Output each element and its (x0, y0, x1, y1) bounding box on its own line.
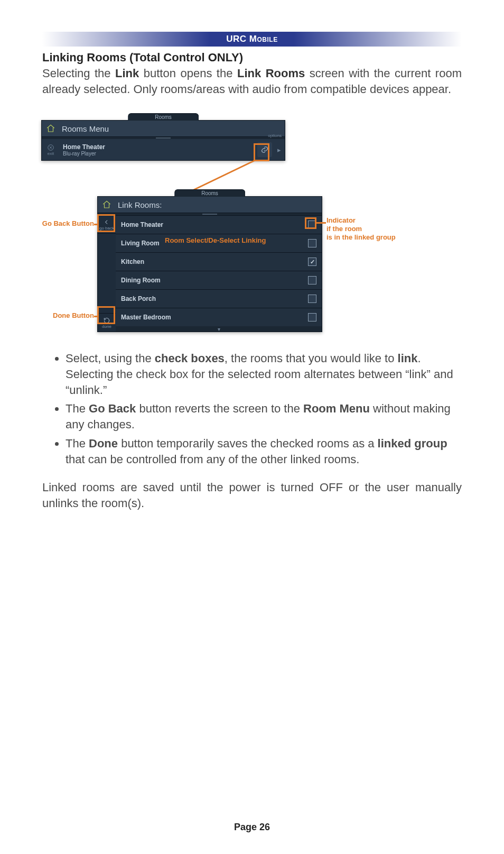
ann-roomsel: Room Select/De-Select Linking (165, 236, 266, 245)
room-kitchen[interactable]: Kitchen✓ (116, 252, 322, 271)
room-home-theater[interactable]: Home Theater (116, 215, 322, 234)
ann-done: Done Button (49, 311, 94, 320)
checkbox[interactable] (308, 313, 316, 322)
room-list: Home Theater Living Room Kitchen✓ Dining… (116, 215, 322, 332)
done-highlight (97, 306, 115, 324)
tab-rooms-2: Rooms (174, 189, 245, 197)
home-icon (45, 123, 57, 134)
figure: Rooms Rooms Menu options exit Home Theat… (41, 113, 443, 340)
link-button-highlight (254, 143, 269, 161)
tab-rooms: Rooms (128, 113, 199, 121)
header-title: URC Mobile (42, 32, 462, 47)
page-number: Page 26 (0, 822, 504, 833)
ann-indicator: Indicatorif the roomis in the linked gro… (326, 216, 396, 241)
options-label: options (268, 133, 282, 138)
checkbox[interactable] (308, 276, 316, 284)
device-info: Home Theater Blu-ray Player (60, 142, 257, 158)
chevron-right-icon[interactable]: ▸ (273, 146, 285, 154)
checkbox[interactable] (308, 295, 316, 303)
device-row[interactable]: options exit Home Theater Blu-ray Player… (42, 139, 285, 160)
closing-paragraph: Linked rooms are saved until the power i… (42, 480, 462, 511)
room-dining-room[interactable]: Dining Room (116, 271, 322, 289)
panel1-title: Rooms Menu (62, 124, 109, 133)
bullet-1: Select, using the check boxes, the rooms… (66, 351, 462, 398)
intro-paragraph: Selecting the Link button opens the Link… (42, 66, 462, 97)
ann-goback: Go Back Button (41, 219, 94, 228)
panel2-title-row: Link Rooms: (98, 197, 322, 213)
section-title: Linking Rooms (Total Control ONLY) (42, 51, 462, 65)
header-bar: URC Mobile (42, 32, 462, 47)
panel1-title-row: Rooms Menu (42, 121, 285, 137)
link-rooms-panel: Rooms Link Rooms: go back done (97, 196, 322, 332)
exit-button[interactable]: exit (42, 144, 60, 156)
goback-highlight (97, 214, 115, 232)
checkbox[interactable] (308, 239, 316, 247)
bullet-list: Select, using the check boxes, the rooms… (66, 351, 462, 467)
more-indicator: ▾ (116, 326, 322, 332)
bullet-3: The Done button temporarily saves the ch… (66, 436, 462, 467)
room-back-porch[interactable]: Back Porch (116, 289, 322, 308)
home-icon (101, 199, 113, 210)
panel2-title: Link Rooms: (118, 200, 162, 209)
indicator-highlight (305, 217, 316, 229)
checkbox[interactable]: ✓ (308, 258, 316, 266)
bullet-2: The Go Back button reverts the screen to… (66, 401, 462, 432)
rooms-menu-panel: Rooms Rooms Menu options exit Home Theat… (41, 120, 285, 161)
room-master-bedroom[interactable]: Master Bedroom (116, 308, 322, 326)
